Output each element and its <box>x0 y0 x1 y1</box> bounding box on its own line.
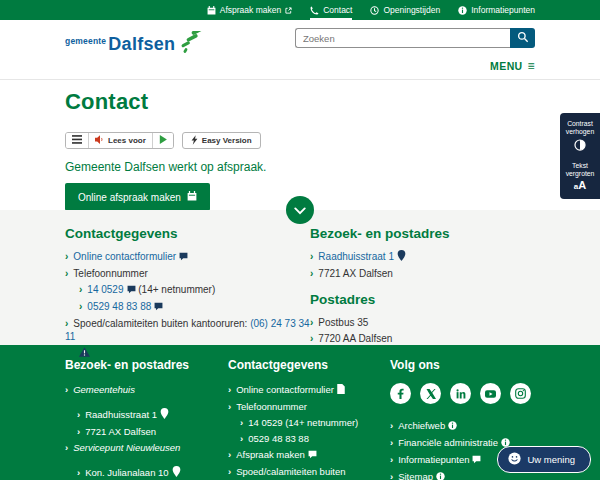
chevron-icon: › <box>77 409 80 420</box>
footer-contactformulier-link[interactable]: Online contactformulier <box>236 384 334 395</box>
footer-raadhuisstraat-link[interactable]: Raadhuisstraat 1 <box>85 409 157 420</box>
uw-mening-button[interactable]: Uw mening <box>497 446 591 473</box>
footer-julianalaan-link[interactable]: Kon. Julianalaan 10 <box>85 467 168 478</box>
footer-heading: Contactgegevens <box>228 358 390 372</box>
text-enlarge-button[interactable]: Tekst vergroten aA <box>562 162 598 191</box>
chevron-icon: › <box>65 384 68 395</box>
text-size-icon: aA <box>562 181 598 191</box>
calendar-icon <box>187 191 197 203</box>
contrast-toggle-button[interactable]: Contrast verhogen <box>562 120 598 153</box>
sitemap-link[interactable]: Sitemap <box>398 471 433 480</box>
info-icon <box>448 420 457 433</box>
hamburger-icon: ≡ <box>528 61 535 71</box>
chevron-icon: › <box>65 442 68 453</box>
bubble-icon <box>308 449 317 462</box>
footer-afspraak-link[interactable]: Afspraak maken <box>236 449 305 460</box>
financiele-administratie-link[interactable]: Financiële administratie <box>398 437 498 448</box>
bubble-icon <box>179 251 188 264</box>
logo-name-text: Dalfsen <box>108 34 175 55</box>
adres-column: Bezoek- en postadres ›Raadhuisstraat 1 ›… <box>310 226 535 345</box>
chevron-icon: › <box>390 454 393 465</box>
location-name: Gemeentehuis <box>73 384 135 395</box>
menu-button[interactable]: MENU ≡ <box>490 60 535 72</box>
chevron-icon: › <box>310 268 313 279</box>
play-button[interactable] <box>153 133 173 148</box>
chevron-icon: › <box>228 449 231 460</box>
online-afspraak-button[interactable]: Online afspraak maken <box>65 183 210 211</box>
topbar-item-label: Informatiepunten <box>471 5 535 15</box>
readspeaker-menu-button[interactable] <box>66 133 89 148</box>
social-links <box>390 383 535 404</box>
search-button[interactable] <box>510 28 535 48</box>
info-icon <box>458 6 467 15</box>
topbar-item-label: Contact <box>323 5 352 15</box>
section-heading: Contactgegevens <box>65 226 310 241</box>
bubble-icon <box>154 301 163 314</box>
calendar-icon <box>207 6 216 15</box>
location-city: 7721 AX Dalfsen <box>85 426 156 437</box>
chevron-icon: › <box>310 317 313 328</box>
topbar-informatiepunten[interactable]: Informatiepunten <box>458 0 535 20</box>
linkedin-icon[interactable] <box>450 383 471 404</box>
youtube-icon[interactable] <box>480 383 501 404</box>
address-city: 7721 AX Dalfsen <box>318 268 393 279</box>
map-pin-icon <box>172 466 181 480</box>
logo-gemeente-dalfsen[interactable]: gemeente Dalfsen <box>65 31 205 55</box>
raadhuisstraat-link[interactable]: Raadhuisstraat 1 <box>318 251 394 262</box>
feedback-label: Uw mening <box>527 454 575 465</box>
chevron-icon: › <box>390 471 393 480</box>
chevron-icon: › <box>65 251 68 262</box>
search-input[interactable] <box>295 28 510 48</box>
x-icon[interactable] <box>420 383 441 404</box>
chevron-icon: › <box>390 420 393 431</box>
search-form <box>295 28 535 48</box>
menu-label: MENU <box>490 60 523 72</box>
topbar-item-label: Afspraak maken <box>220 5 281 15</box>
top-utility-bar: Afspraak maken Contact Openingstijden In… <box>0 0 600 20</box>
accessibility-widget: Contrast verhogen Tekst vergroten aA <box>560 113 600 199</box>
listen-label: Lees voor <box>108 136 146 145</box>
listen-button[interactable]: Lees voor <box>89 133 153 148</box>
topbar-afspraak-maken[interactable]: Afspraak maken <box>207 0 292 20</box>
phone-14-0529-link[interactable]: 14 0529 <box>87 284 123 295</box>
hamburger-icon <box>72 135 82 146</box>
smiley-icon <box>508 452 521 467</box>
page: Afspraak maken Contact Openingstijden In… <box>0 0 600 480</box>
text-enlarge-label: Tekst vergroten <box>566 162 595 177</box>
instagram-icon[interactable] <box>510 383 531 404</box>
contact-info-band: Contactgegevens ›Online contactformulier… <box>0 210 600 345</box>
section-heading: Postadres <box>310 292 535 307</box>
chevron-icon: › <box>77 467 80 478</box>
phone-label: Telefoonnummer <box>236 401 307 412</box>
bubble-icon <box>127 284 136 297</box>
chevron-icon: › <box>240 417 243 428</box>
section-heading: Bezoek- en postadres <box>310 226 535 241</box>
phone-0529-link[interactable]: 0529 48 83 88 <box>87 301 151 312</box>
informatiepunten-link[interactable]: Informatiepunten <box>398 454 469 465</box>
collapse-toggle-button[interactable] <box>286 196 314 224</box>
emergency-prefix: Spoed/calamiteiten buiten kantooruren: <box>73 318 247 329</box>
contrast-label: Contrast verhogen <box>566 120 594 135</box>
easy-version-button[interactable]: Easy Version <box>182 132 261 149</box>
location-name: Servicepunt Nieuwleusen <box>73 442 180 453</box>
chevron-icon: › <box>228 401 231 412</box>
chevron-icon: › <box>228 384 231 395</box>
facebook-icon[interactable] <box>390 383 411 404</box>
chevron-icon: › <box>65 318 68 329</box>
contrast-icon <box>562 139 598 153</box>
online-contactformulier-link[interactable]: Online contactformulier <box>73 251 176 262</box>
map-pin-icon <box>160 408 169 422</box>
page-title: Contact <box>65 89 535 115</box>
archiefweb-link[interactable]: Archiefweb <box>398 420 445 431</box>
chevron-icon: › <box>228 466 231 477</box>
chevron-icon: › <box>240 433 243 444</box>
hero-section: Contact Lees voor Easy Version Gemeente … <box>0 80 600 210</box>
topbar-contact[interactable]: Contact <box>310 0 352 20</box>
external-link-icon <box>285 7 292 14</box>
postbus-line: Postbus 35 <box>318 317 368 328</box>
document-icon <box>337 384 345 397</box>
topbar-openingstijden[interactable]: Openingstijden <box>370 0 440 20</box>
footer-adres-column: Bezoek- en postadres ›Gemeentehuis ›Raad… <box>65 358 228 480</box>
info-icon <box>436 471 445 480</box>
site-header: gemeente Dalfsen MENU ≡ <box>0 20 600 80</box>
